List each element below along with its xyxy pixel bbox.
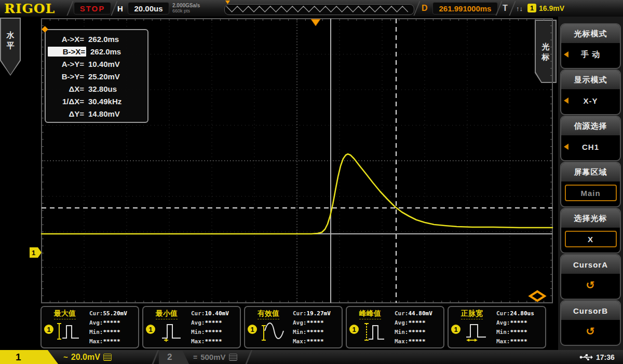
cursor-row-label-highlighted: B->X= bbox=[48, 47, 86, 57]
cursor-row: A->Y=10.40mV bbox=[48, 58, 144, 70]
cursor-region-diamond-marker bbox=[530, 291, 545, 301]
cursor-row-label: ΔX= bbox=[48, 85, 84, 93]
cursor-row-value: 30.49kHz bbox=[88, 97, 121, 106]
oscilloscope-screen: RIGOL STOP H 20.00us 2.000GSa/s 660k pts… bbox=[0, 0, 623, 364]
trigger-position-marker[interactable] bbox=[311, 19, 320, 26]
cursor-row: A->X=262.0ms bbox=[48, 33, 144, 45]
cursor-row: ΔY=14.80mV bbox=[48, 107, 144, 120]
cursor-row: ΔX=32.80us bbox=[48, 82, 144, 95]
cursor-row: 1/ΔX=30.49kHz bbox=[48, 95, 144, 107]
cursor-row-label: ΔY= bbox=[48, 109, 84, 118]
cursor-row-value: 14.80mV bbox=[88, 109, 120, 118]
cursor-row-label: A->X= bbox=[48, 35, 84, 44]
ch1-level-marker-label: 1 bbox=[32, 249, 35, 257]
cursor-row-label: A->Y= bbox=[48, 60, 84, 68]
cursor-row-value: 25.20mV bbox=[88, 72, 120, 81]
cursor-readout-box: A->X=262.0ms B->X=262.0ms A->Y=10.40mV B… bbox=[45, 29, 148, 123]
cursor-row: B->Y=25.20mV bbox=[48, 70, 144, 82]
cursor-row-label: 1/ΔX= bbox=[48, 97, 84, 106]
cursor-row: B->X=262.0ms bbox=[48, 45, 144, 58]
cursor-row-value: 10.40mV bbox=[88, 60, 120, 68]
cursor-row-value: 262.0ms bbox=[88, 35, 119, 44]
cursor-row-label: B->Y= bbox=[48, 72, 84, 81]
cursor-row-value: 262.0ms bbox=[90, 47, 121, 56]
cursor-row-value: 32.80us bbox=[88, 85, 117, 93]
